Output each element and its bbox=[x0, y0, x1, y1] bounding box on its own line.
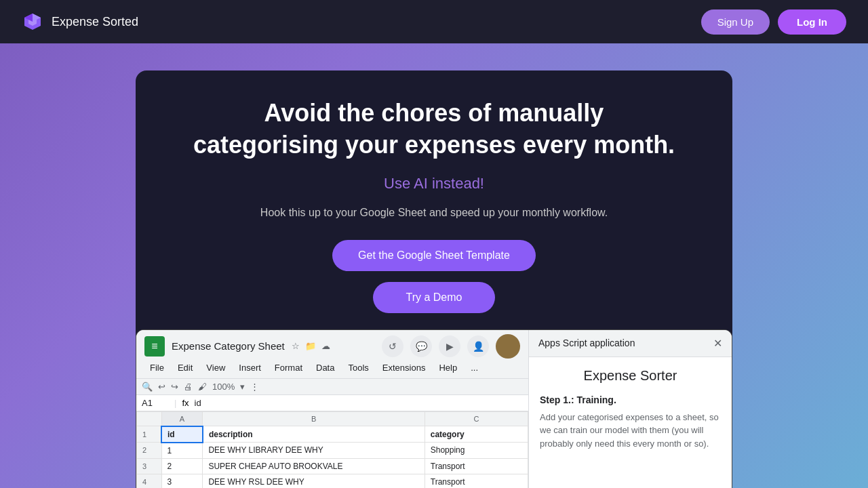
row-number: 4 bbox=[137, 474, 162, 488]
col-header-b: B bbox=[203, 411, 425, 426]
paint-icon: 🖌 bbox=[198, 382, 207, 392]
screenshot-container: ≡ Expense Category Sheet ☆ 📁 ☁ ↺ 💬 ▶ bbox=[136, 329, 732, 488]
fx-label: fx bbox=[182, 398, 189, 408]
cloud-icon: ☁ bbox=[321, 341, 330, 351]
cell-cat: Shopping bbox=[425, 443, 528, 459]
sheet-title-icons: ☆ 📁 ☁ bbox=[292, 341, 330, 351]
cell-cat: Transport bbox=[425, 474, 528, 488]
cell-desc: SUPER CHEAP AUTO BROOKVALE bbox=[203, 458, 425, 474]
table-row: 2 1 DEE WHY LIBRARY DEE WHY Shopping bbox=[137, 443, 528, 459]
panel-close-button[interactable]: ✕ bbox=[713, 337, 722, 350]
sheet-right-icons: ↺ 💬 ▶ 👤 bbox=[382, 334, 520, 359]
login-button[interactable]: Log In bbox=[778, 9, 846, 35]
main-content: Avoid the chores of manually categorisin… bbox=[0, 43, 868, 488]
sheet-title-left: ≡ Expense Category Sheet ☆ 📁 ☁ bbox=[144, 336, 330, 357]
row-number: 2 bbox=[137, 443, 162, 459]
app-name: Expense Sorted bbox=[52, 15, 138, 29]
signup-button[interactable]: Sign Up bbox=[701, 9, 770, 35]
sheet-title-bar: ≡ Expense Category Sheet ☆ 📁 ☁ ↺ 💬 ▶ bbox=[144, 334, 520, 359]
row-number: 1 bbox=[137, 426, 162, 443]
panel-body: Expense Sorter Step 1.: Training. Add yo… bbox=[529, 357, 732, 488]
comment-icon: 💬 bbox=[410, 336, 432, 357]
folder-icon: 📁 bbox=[305, 341, 316, 351]
menu-format[interactable]: Format bbox=[269, 361, 308, 374]
description: Hook this up to your Google Sheet and sp… bbox=[260, 205, 608, 221]
demo-button[interactable]: Try a Demo bbox=[373, 282, 495, 313]
col-header-a: A bbox=[161, 411, 203, 426]
col-desc-header: description bbox=[203, 426, 425, 443]
header: Expense Sorted Sign Up Log In bbox=[0, 0, 868, 43]
cell-desc: DEE WHY LIBRARY DEE WHY bbox=[203, 443, 425, 459]
star-icon: ☆ bbox=[292, 341, 300, 351]
cell-id: 1 bbox=[161, 443, 203, 459]
menu-tools[interactable]: Tools bbox=[342, 361, 374, 374]
zoom-level: 100% bbox=[212, 382, 235, 392]
zoom-dropdown-icon: ▾ bbox=[240, 382, 245, 392]
toolbar-secondary: 🔍 ↩ ↪ 🖨 🖌 100% ▾ ⋮ bbox=[136, 379, 528, 395]
cell-reference: A1 bbox=[142, 398, 169, 408]
people-icon: 👤 bbox=[467, 336, 489, 357]
more-icon: ⋮ bbox=[250, 382, 259, 392]
menu-help[interactable]: Help bbox=[433, 361, 462, 374]
col-id-header: id bbox=[161, 426, 203, 443]
col-cat-header: category bbox=[425, 426, 528, 443]
sheet-name: Expense Category Sheet bbox=[172, 340, 285, 352]
menu-view[interactable]: View bbox=[201, 361, 231, 374]
video-icon: ▶ bbox=[439, 336, 460, 357]
avatar bbox=[496, 334, 520, 359]
formula-content: id bbox=[195, 398, 201, 408]
panel-header: Apps Script application ✕ bbox=[529, 330, 732, 357]
sheet-toolbar: ≡ Expense Category Sheet ☆ 📁 ☁ ↺ 💬 ▶ bbox=[136, 330, 528, 379]
panel-title: Apps Script application bbox=[538, 338, 635, 348]
table-row: 3 2 SUPER CHEAP AUTO BROOKVALE Transport bbox=[137, 458, 528, 474]
menu-insert[interactable]: Insert bbox=[233, 361, 267, 374]
template-button[interactable]: Get the Google Sheet Template bbox=[332, 240, 536, 271]
sheets-icon: ≡ bbox=[144, 336, 165, 357]
menu-data[interactable]: Data bbox=[311, 361, 340, 374]
redo-icon: ↪ bbox=[171, 382, 178, 392]
cell-desc: DEE WHY RSL DEE WHY bbox=[203, 474, 425, 488]
menu-more[interactable]: ... bbox=[465, 361, 484, 374]
menu-file[interactable]: File bbox=[144, 361, 170, 374]
logo-area: Expense Sorted bbox=[22, 11, 138, 33]
menu-extensions[interactable]: Extensions bbox=[377, 361, 431, 374]
table-row: 1 id description category bbox=[137, 426, 528, 443]
content-card: Avoid the chores of manually categorisin… bbox=[136, 70, 732, 488]
menu-bar: File Edit View Insert Format Data Tools … bbox=[144, 361, 520, 374]
menu-edit[interactable]: Edit bbox=[172, 361, 198, 374]
formula-bar: A1 | fx id bbox=[136, 395, 528, 411]
row-number: 3 bbox=[137, 458, 162, 474]
app-title: Expense Sorter bbox=[540, 368, 721, 384]
cell-id: 3 bbox=[161, 474, 203, 488]
undo-icon: ↩ bbox=[158, 382, 165, 392]
sheet-area: ≡ Expense Category Sheet ☆ 📁 ☁ ↺ 💬 ▶ bbox=[136, 330, 528, 488]
col-header-c: C bbox=[425, 411, 528, 426]
table-row: 4 3 DEE WHY RSL DEE WHY Transport bbox=[137, 474, 528, 488]
step-description: Add your categorised expenses to a sheet… bbox=[540, 411, 721, 451]
sheet-table: A B C 1 id description category bbox=[136, 411, 528, 488]
apps-script-panel: Apps Script application ✕ Expense Sorter… bbox=[528, 330, 732, 488]
logo-icon bbox=[22, 11, 43, 33]
headline: Avoid the chores of manually categorisin… bbox=[190, 98, 678, 161]
cell-id: 2 bbox=[161, 458, 203, 474]
history-icon: ↺ bbox=[382, 336, 403, 357]
row-col-header bbox=[137, 411, 162, 426]
search-icon: 🔍 bbox=[142, 382, 153, 392]
print-icon: 🖨 bbox=[184, 382, 193, 392]
subheadline: Use AI instead! bbox=[384, 175, 484, 192]
header-buttons: Sign Up Log In bbox=[701, 9, 846, 35]
formula-divider: | bbox=[174, 398, 176, 408]
step-label: Step 1.: Training. bbox=[540, 394, 721, 405]
cell-cat: Transport bbox=[425, 458, 528, 474]
